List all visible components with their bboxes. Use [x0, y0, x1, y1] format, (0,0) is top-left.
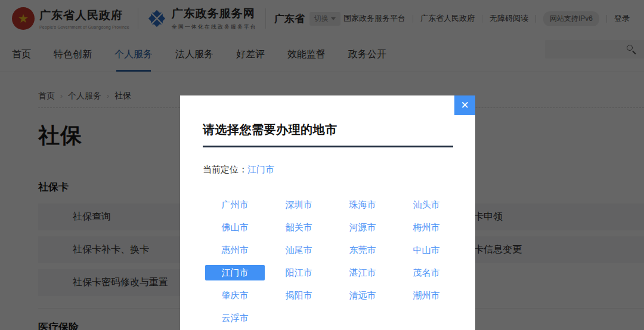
city-shanwei[interactable]: 汕尾市: [269, 242, 329, 258]
city-foshan[interactable]: 佛山市: [205, 220, 265, 235]
current-location-value[interactable]: 江门市: [247, 164, 274, 174]
city-yunfu[interactable]: 云浮市: [205, 310, 265, 326]
city-shenzhen[interactable]: 深圳市: [269, 197, 329, 212]
city-shaoguan[interactable]: 韶关市: [269, 220, 329, 235]
city-zhaoqing[interactable]: 肇庆市: [205, 288, 265, 303]
city-jiangmen-selected[interactable]: 江门市: [205, 265, 265, 280]
city-zhuhai[interactable]: 珠海市: [333, 197, 392, 212]
city-meizhou[interactable]: 梅州市: [397, 220, 456, 235]
city-shantou[interactable]: 汕头市: [397, 197, 456, 212]
city-jieyang[interactable]: 揭阳市: [269, 288, 329, 303]
city-picker-modal: ✕ 请选择您需要办理的地市 当前定位：江门市 广州市 深圳市 珠海市 汕头市 佛…: [180, 95, 475, 330]
modal-title-underline: [203, 146, 453, 147]
city-zhongshan[interactable]: 中山市: [397, 242, 456, 258]
current-location-label: 当前定位：: [203, 164, 247, 174]
city-heyuan[interactable]: 河源市: [333, 220, 392, 235]
city-zhanjiang[interactable]: 湛江市: [333, 265, 392, 280]
city-maoming[interactable]: 茂名市: [397, 265, 456, 280]
close-icon[interactable]: ✕: [454, 95, 475, 115]
city-grid: 广州市 深圳市 珠海市 汕头市 佛山市 韶关市 河源市 梅州市 惠州市 汕尾市 …: [205, 197, 475, 326]
city-yangjiang[interactable]: 阳江市: [269, 265, 329, 280]
city-qingyuan[interactable]: 清远市: [333, 288, 392, 303]
city-huizhou[interactable]: 惠州市: [205, 242, 265, 258]
city-dongguan[interactable]: 东莞市: [333, 242, 392, 258]
city-chaozhou[interactable]: 潮州市: [397, 288, 456, 303]
city-guangzhou[interactable]: 广州市: [205, 197, 265, 212]
current-location: 当前定位：江门市: [203, 164, 475, 175]
page: ★ 广东省人民政府 People's Government of Guangdo…: [0, 0, 644, 330]
modal-title: 请选择您需要办理的地市: [203, 122, 475, 138]
